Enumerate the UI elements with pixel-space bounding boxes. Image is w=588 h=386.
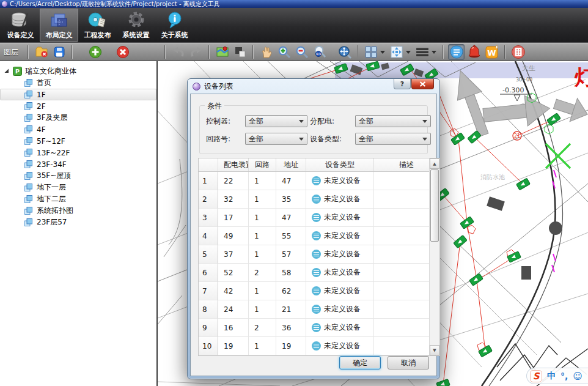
table-row[interactable]: 7 42 1 62 未定义设备 [199,282,439,300]
save-button[interactable] [51,44,67,60]
project-publish-button[interactable]: 工程发布 [78,9,117,42]
condition-combobox[interactable]: 全部 [355,115,431,127]
tree-item[interactable]: 地下二层 [0,193,156,205]
tree-items: 首页 1F 2F [0,77,156,228]
tree-item[interactable]: 3F及夹层 [0,112,156,124]
gear-icon [126,12,147,30]
grid-view-dropdown[interactable] [380,51,385,54]
dialog-client: 条件 控制器: 全部 分配电: [190,94,437,376]
calculator-button[interactable] [510,44,526,60]
redo-button[interactable] [188,44,204,60]
zoom-fit-button[interactable] [336,44,353,60]
table-header-cell[interactable]: 回路 [249,158,276,171]
grid-view-button[interactable] [362,44,379,60]
table-header-cell[interactable]: 地址 [276,158,306,171]
expand-triangle-icon[interactable] [4,68,10,74]
table-header-cell[interactable]: 配电装置 [218,158,249,171]
sogou-logo-icon[interactable]: S [530,370,542,382]
dialog-icon [193,83,200,91]
pan-button[interactable] [258,44,274,60]
table-header-cell[interactable] [199,158,218,171]
project-icon: P [13,67,22,76]
ime-language-toggle[interactable]: 中 [547,371,556,382]
zoom-actual-button[interactable]: 1:1 [311,44,328,60]
device-type-label: 未定义设备 [324,267,361,278]
scroll-up-icon[interactable]: ▲ [430,158,439,169]
layer-page-icon [24,125,33,134]
condition-combobox[interactable]: 全部 [245,133,307,145]
tree-item[interactable]: 4F [0,124,156,135]
ime-punctuation-toggle[interactable]: °, [560,371,568,381]
layer-toolbar: 图层 [0,43,588,61]
combobox-value: 全部 [359,116,373,127]
table-header-row: 配电装置 回路 地址 设备类型 描述 [199,158,439,172]
tree-item[interactable]: 13F~22F [0,147,156,158]
table-row[interactable]: 8 24 1 21 未定义设备 [199,300,439,319]
app-window: C:/Users/Acrel/Desktop/疏散控制系统软件/Project/… [0,0,588,386]
layer-page-icon [24,136,33,146]
tree-item[interactable]: 23F层57 [0,217,156,228]
table-row[interactable]: 1 22 1 47 未定义设备 [199,172,439,190]
tree-item[interactable]: 35F~屋顶 [0,170,156,182]
table-row[interactable]: 10 19 1 19 未定义设备 [199,337,439,355]
map-button[interactable] [214,44,230,60]
table-row[interactable]: 4 49 1 55 未定义设备 [199,227,439,245]
tree-item[interactable]: 23F-34F [0,158,156,170]
tree-item[interactable]: 5F~12F [0,135,156,147]
undefined-device-icon [312,250,321,259]
device-type-label: 未定义设备 [324,212,361,223]
condition-combobox[interactable]: 全部 [355,133,431,145]
table-row[interactable]: 3 17 1 47 未定义设备 [199,209,439,227]
overlap-squares-button[interactable] [232,44,248,60]
zoom-in-button[interactable] [276,44,292,60]
dialog-close-button[interactable] [411,79,434,89]
add-button[interactable] [87,44,103,60]
svg-text:-0.300: -0.300 [502,86,524,94]
layout-define-button[interactable]: 布局定义 [40,9,78,42]
cancel-button[interactable]: 取消 [388,356,429,369]
expand-arrows-icon [390,45,403,59]
delete-x-icon [116,45,130,59]
close-layer-button[interactable] [33,44,50,60]
tree-item[interactable]: 1F [0,89,156,100]
undefined-device-icon [312,195,321,204]
scrollbar-thumb[interactable] [430,169,439,242]
table-row[interactable]: 9 16 2 36 未定义设备 [199,319,439,337]
floor-tree-panel: P 瑞立文化商业体 首页 1F [0,61,156,386]
ok-button[interactable]: 确定 [339,356,381,369]
tree-root-project[interactable]: P 瑞立文化商业体 [0,65,156,77]
tree-item[interactable]: 系统拓扑图 [0,205,156,217]
tree-item-label: 1F [37,91,46,99]
condition-group: 条件 控制器: 全部 分配电: [199,105,428,154]
fit-window-dropdown[interactable] [406,51,411,54]
line-style-button[interactable] [414,44,430,60]
device-list-button[interactable] [448,44,465,60]
tree-item-label: 2F [37,102,46,111]
fit-window-button[interactable] [388,44,405,60]
about-system-button[interactable]: 关于系统 [155,9,194,42]
table-row[interactable]: 2 32 1 35 未定义设备 [199,190,439,209]
table-row[interactable]: 6 52 2 58 未定义设备 [199,264,439,282]
system-settings-button[interactable]: 系统设置 [117,9,155,42]
tree-item[interactable]: 地下一层 [0,182,156,193]
undefined-device-icon [312,213,321,222]
device-define-button[interactable]: 设备定义 [1,9,40,42]
table-scrollbar[interactable]: ▲ ▼ [429,158,439,355]
line-style-dropdown[interactable] [432,51,436,54]
undo-button[interactable] [170,44,186,60]
table-header-cell[interactable]: 设备类型 [306,158,374,171]
word-export-button[interactable]: W [483,44,500,60]
undefined-device-icon [312,268,321,277]
condition-combobox[interactable]: 全部 [245,115,307,127]
ime-emoji-button[interactable]: ☺ [573,371,582,382]
zoom-out-button[interactable] [293,44,310,60]
delete-button[interactable] [114,44,131,60]
table-row[interactable]: 5 37 1 57 未定义设备 [199,245,439,264]
dialog-help-button[interactable]: ? [394,79,411,89]
alarm-button[interactable] [466,44,482,60]
tree-root-label: 瑞立文化商业体 [25,66,76,76]
tree-item[interactable]: 首页 [0,77,156,89]
tree-item[interactable]: 2F [0,100,156,112]
scroll-down-icon[interactable]: ▼ [430,345,439,355]
tree-item-label: 13F~22F [37,149,70,157]
